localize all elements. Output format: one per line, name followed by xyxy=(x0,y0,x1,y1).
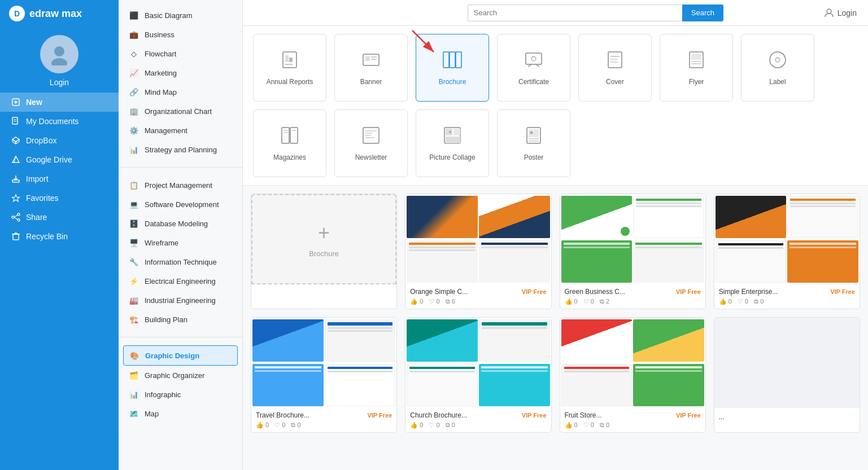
sidebar-item-google-drive[interactable]: Google Drive xyxy=(0,150,119,169)
template-card-blue[interactable]: Travel Brochure... VIP Free 👍 0 ♡ 0 ⧉ 0 xyxy=(251,317,397,433)
marketing-icon: 📈 xyxy=(129,68,139,78)
category-brochure[interactable]: Brochure xyxy=(416,34,489,102)
sidebar-item-import[interactable]: Import xyxy=(0,169,119,188)
middle-nav-item-software-dev[interactable]: 💻 Software Development xyxy=(119,195,242,214)
category-certificate[interactable]: Certificate xyxy=(497,34,570,102)
blue-badge: VIP Free xyxy=(367,412,392,419)
middle-nav-item-graphic-organizer[interactable]: 🗂️ Graphic Organizer xyxy=(119,366,242,385)
middle-nav-item-marketing[interactable]: 📈 Marketing xyxy=(119,63,242,82)
picture-collage-label: Picture Collage xyxy=(429,153,475,161)
templates-grid: + Brochure xyxy=(251,194,860,433)
plus-icon: + xyxy=(318,221,330,245)
org-chart-label: Organizational Chart xyxy=(145,107,212,116)
svg-rect-38 xyxy=(450,52,455,68)
banner-label: Banner xyxy=(360,78,382,86)
blue-thumb xyxy=(251,318,396,408)
sidebar-item-my-documents[interactable]: My Documents xyxy=(0,112,119,131)
industrial-icon: 🏭 xyxy=(129,295,139,305)
category-banner[interactable]: Banner xyxy=(334,34,408,102)
middle-nav-item-building[interactable]: 🏗️ Building Plan xyxy=(119,310,242,329)
template-card-fruit[interactable]: Fruit Store... VIP Free 👍 0 ♡ 0 ⧉ 0 xyxy=(560,317,706,433)
middle-nav-item-map[interactable]: 🗺️ Map xyxy=(119,404,242,423)
svg-rect-31 xyxy=(289,58,293,62)
middle-nav-item-database[interactable]: 🗄️ Database Modeling xyxy=(119,214,242,233)
annual-reports-label: Annual Reports xyxy=(267,78,313,86)
sidebar-item-new[interactable]: New xyxy=(0,93,119,112)
sidebar-item-favorites[interactable]: Favorites xyxy=(0,188,119,208)
extra-thumb xyxy=(714,318,860,408)
sidebar-nav: New My Documents DropBox Google Drive Im… xyxy=(0,93,119,246)
template-card-green[interactable]: Green Business C... VIP Free 👍 0 ♡ 0 ⧉ 2 xyxy=(560,194,706,309)
basic-diagram-label: Basic Diagram xyxy=(145,11,193,20)
strategy-icon: 📊 xyxy=(129,144,139,155)
certificate-icon xyxy=(524,50,544,74)
category-poster[interactable]: Poster xyxy=(497,109,570,177)
sidebar-item-favorites-label: Favorites xyxy=(26,194,59,203)
topbar-login[interactable]: Login xyxy=(824,8,857,18)
middle-nav-item-org-chart[interactable]: 🏢 Organizational Chart xyxy=(119,102,242,121)
org-chart-icon: 🏢 xyxy=(129,106,139,116)
middle-nav-item-mind-map[interactable]: 🔗 Mind Map xyxy=(119,82,242,102)
svg-line-19 xyxy=(14,215,18,217)
label-icon xyxy=(767,50,788,74)
template-card-extra[interactable]: ... xyxy=(714,317,860,433)
template-card-blank[interactable]: + Brochure xyxy=(251,194,397,309)
template-card-dark[interactable]: Simple Enterprise... VIP Free 👍 0 ♡ 0 ⧉ … xyxy=(714,194,860,309)
category-annual-reports[interactable]: Annual Reports xyxy=(253,34,326,102)
mind-map-icon: 🔗 xyxy=(129,87,139,97)
graphic-design-icon: 🎨 xyxy=(129,350,139,361)
orange-stats: 👍 0 ♡ 0 ⧉ 6 xyxy=(410,298,546,305)
sidebar-login-label[interactable]: Login xyxy=(50,78,69,87)
basic-diagram-icon: ⬛ xyxy=(129,10,139,20)
dark-info: Simple Enterprise... VIP Free 👍 0 ♡ 0 ⧉ … xyxy=(714,284,860,309)
church-stats: 👍 0 ♡ 0 ⧉ 0 xyxy=(410,421,546,429)
middle-nav-section-3: 🎨 Graphic Design 🗂️ Graphic Organizer 📊 … xyxy=(119,340,242,429)
middle-nav-item-graphic-design[interactable]: 🎨 Graphic Design xyxy=(123,345,238,366)
middle-nav-item-infographic[interactable]: 📊 Infographic xyxy=(119,385,242,404)
banner-icon xyxy=(361,50,381,74)
middle-nav-item-industrial[interactable]: 🏭 Industrial Engineering xyxy=(119,291,242,310)
wireframe-icon: 🖥️ xyxy=(129,238,139,248)
middle-nav-item-flowchart[interactable]: ◇ Flowchart xyxy=(119,44,242,63)
green-thumb xyxy=(560,194,705,284)
middle-nav-item-electrical[interactable]: ⚡ Electrical Engineering xyxy=(119,271,242,291)
cover-icon xyxy=(605,50,625,74)
svg-point-17 xyxy=(18,219,20,221)
building-icon: 🏗️ xyxy=(129,314,139,324)
middle-nav-item-business[interactable]: 💼 Business xyxy=(119,25,242,44)
fruit-likes: 👍 0 xyxy=(565,421,578,429)
category-magazines[interactable]: Magazines xyxy=(253,109,326,177)
middle-nav-item-strategy[interactable]: 📊 Strategy and Planning xyxy=(119,140,242,159)
svg-point-53 xyxy=(775,58,780,62)
sidebar-item-dropbox[interactable]: DropBox xyxy=(0,131,119,150)
sidebar-item-recycle-bin[interactable]: Recycle Bin xyxy=(0,227,119,246)
category-flyer[interactable]: Flyer xyxy=(660,34,733,102)
svg-point-41 xyxy=(531,56,536,61)
blue-info: Travel Brochure... VIP Free 👍 0 ♡ 0 ⧉ 0 xyxy=(251,408,396,432)
category-newsletter[interactable]: Newsletter xyxy=(334,109,408,177)
template-card-orange[interactable]: Orange Simple C... VIP Free 👍 0 ♡ 0 ⧉ 6 xyxy=(405,194,551,309)
search-input[interactable] xyxy=(468,5,682,21)
search-button[interactable]: Search xyxy=(682,5,723,21)
avatar xyxy=(40,35,78,73)
svg-point-26 xyxy=(827,9,831,14)
category-cover[interactable]: Cover xyxy=(578,34,652,102)
middle-nav-item-management[interactable]: ⚙️ Management xyxy=(119,121,242,140)
middle-nav-item-basic-diagram[interactable]: ⬛ Basic Diagram xyxy=(119,6,242,25)
category-label[interactable]: Label xyxy=(741,34,814,102)
blue-hearts: ♡ 0 xyxy=(274,421,285,429)
middle-nav-item-wireframe[interactable]: 🖥️ Wireframe xyxy=(119,233,242,252)
category-picture-collage[interactable]: Picture Collage xyxy=(416,109,489,177)
middle-nav-item-info-tech[interactable]: 🔧 Information Technique xyxy=(119,252,242,271)
graphic-design-label: Graphic Design xyxy=(145,352,199,360)
share-icon xyxy=(11,213,20,222)
blue-likes: 👍 0 xyxy=(256,421,269,429)
svg-rect-39 xyxy=(456,52,461,68)
svg-rect-67 xyxy=(446,137,460,143)
template-card-church[interactable]: Church Brochure... VIP Free 👍 0 ♡ 0 ⧉ 0 xyxy=(405,317,551,433)
middle-nav-item-project-mgmt[interactable]: 📋 Project Management xyxy=(119,175,242,195)
sidebar-item-share[interactable]: Share xyxy=(0,208,119,227)
orange-name: Orange Simple C... xyxy=(410,288,468,296)
import-icon xyxy=(11,174,20,183)
fruit-name: Fruit Store... xyxy=(565,411,602,419)
